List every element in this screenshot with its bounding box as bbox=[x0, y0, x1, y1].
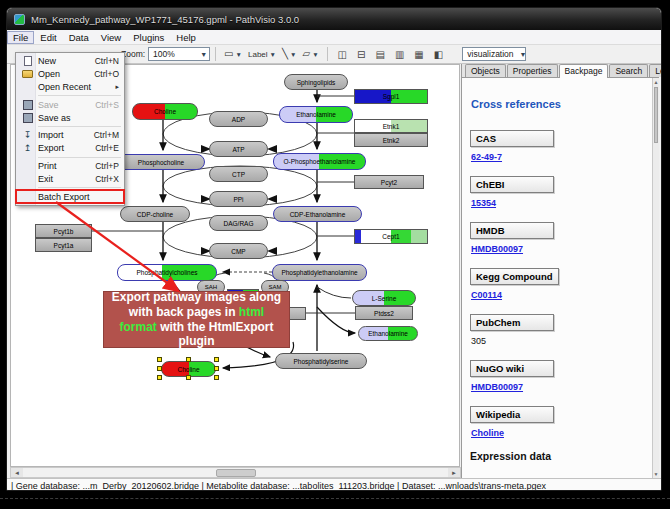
node-ctp[interactable]: CTP bbox=[209, 166, 268, 182]
line-tool-button[interactable]: ╲▼ bbox=[279, 48, 299, 60]
menu-item-new[interactable]: NewCtrl+N bbox=[16, 55, 124, 68]
node-pcyt1b[interactable]: Pcyt1b bbox=[35, 224, 92, 238]
distribute-icon[interactable]: ▦ bbox=[409, 49, 428, 60]
shape-tool-button[interactable]: ▱▼ bbox=[299, 48, 321, 60]
status-text: | Gene database: ...m_Derby_20120602.bri… bbox=[11, 481, 546, 491]
selection-handle[interactable] bbox=[214, 375, 219, 380]
scroll-left-icon[interactable]: ◄ bbox=[11, 468, 23, 477]
menubar-item-help[interactable]: Help bbox=[170, 31, 202, 44]
scroll-down-icon[interactable]: ▼ bbox=[653, 470, 659, 478]
menu-item-save[interactable]: SaveCtrl+S bbox=[16, 98, 124, 111]
visualization-combobox[interactable]: visualization ▼ bbox=[462, 47, 526, 61]
node-dag-rag[interactable]: DAG/RAG bbox=[209, 215, 268, 231]
menubar-item-plugins[interactable]: Plugins bbox=[127, 31, 170, 44]
selection-handle[interactable] bbox=[214, 366, 219, 371]
datanode-tool-button[interactable]: ▭▼ bbox=[221, 48, 245, 60]
menu-item-print[interactable]: PrintCtrl+P bbox=[16, 160, 124, 173]
xref-link[interactable]: C00114 bbox=[471, 290, 652, 300]
node-cdp-choline[interactable]: CDP-choline bbox=[120, 206, 190, 222]
stack-vertical-icon[interactable]: ▤ bbox=[370, 49, 389, 60]
node-label: Pcyt1b bbox=[54, 228, 74, 235]
side-panel-scrollbar[interactable]: ▲ ▼ bbox=[652, 78, 659, 478]
node-ethanolamine[interactable]: Ethanolamine bbox=[358, 326, 418, 341]
menu-item-shortcut: Ctrl+M bbox=[94, 130, 119, 140]
menu-item-open-recent[interactable]: Open Recent▸ bbox=[16, 81, 124, 94]
node-choline[interactable]: Choline bbox=[132, 103, 198, 120]
menu-item-label: Save as bbox=[36, 113, 119, 123]
node-etnk2[interactable]: Etnk2 bbox=[354, 133, 428, 147]
xref-link[interactable]: 62-49-7 bbox=[471, 152, 652, 162]
tab-backpage[interactable]: Backpage bbox=[559, 64, 609, 78]
xref-section-chebi: ChEBI15354 bbox=[470, 174, 652, 208]
node-ptdss2[interactable]: Ptdss2 bbox=[355, 306, 413, 320]
xref-link[interactable]: 15354 bbox=[471, 198, 652, 208]
selection-handle[interactable] bbox=[157, 366, 162, 371]
menubar-item-edit[interactable]: Edit bbox=[34, 31, 62, 44]
cross-references-heading: Cross references bbox=[471, 98, 652, 110]
menu-item-open[interactable]: OpenCtrl+O bbox=[16, 68, 124, 81]
label-tool-label: Label bbox=[248, 50, 268, 59]
scroll-right-icon[interactable]: ► bbox=[448, 468, 460, 477]
selection-handle[interactable] bbox=[157, 375, 162, 380]
tab-search[interactable]: Search bbox=[609, 64, 648, 77]
node-label: Ethanolamine bbox=[296, 111, 336, 118]
selection-handle[interactable] bbox=[214, 357, 219, 362]
node-l-serine[interactable]: L-Serine bbox=[352, 290, 416, 306]
menu-item-exit[interactable]: ExitCtrl+X bbox=[16, 172, 124, 185]
node-sphingolipids[interactable]: Sphingolipids bbox=[284, 74, 348, 90]
scroll-up-icon[interactable]: ▲ bbox=[653, 78, 659, 86]
menubar-item-file[interactable]: File bbox=[7, 31, 34, 44]
stack-horizontal-icon[interactable]: ▥ bbox=[390, 49, 409, 60]
menu-item-import[interactable]: ↧ImportCtrl+M bbox=[16, 129, 124, 142]
menu-bar: FileEditDataViewPluginsHelp bbox=[7, 30, 661, 45]
menu-item-batch-export[interactable]: Batch Export bbox=[16, 190, 124, 203]
node-cmp[interactable]: CMP bbox=[209, 243, 268, 259]
selection-handle[interactable] bbox=[186, 375, 191, 380]
node-pcyt1a[interactable]: Pcyt1a bbox=[35, 238, 92, 252]
menu-item-export[interactable]: ↥ExportCtrl+E bbox=[16, 142, 124, 155]
node-cdp-ethanolamine[interactable]: CDP-Ethanolamine bbox=[273, 206, 362, 222]
menubar-item-data[interactable]: Data bbox=[63, 31, 95, 44]
scrollbar-thumb[interactable] bbox=[654, 87, 658, 143]
node-adp[interactable]: ADP bbox=[209, 111, 268, 127]
node-phosphocholine[interactable]: Phosphocholine bbox=[117, 154, 205, 170]
node-cept1[interactable]: Cept1 bbox=[354, 229, 428, 244]
node-etnk1[interactable]: Etnk1 bbox=[354, 119, 428, 133]
toolbar-separator bbox=[215, 47, 216, 61]
node-phosphatidylserine[interactable]: Phosphatidylserine bbox=[275, 353, 367, 369]
align-center-x-icon[interactable]: ◫ bbox=[333, 49, 352, 60]
tab-properties[interactable]: Properties bbox=[507, 64, 558, 77]
node-label: Phosphatidylserine bbox=[294, 358, 349, 365]
zoom-value: 100% bbox=[153, 49, 175, 59]
xref-link[interactable]: HMDB00097 bbox=[471, 382, 652, 392]
selection-handle[interactable] bbox=[186, 357, 191, 362]
node-sgpl1[interactable]: Sgpl1 bbox=[354, 89, 428, 104]
node-o-phosphoethanolamine[interactable]: O-Phosphoethanolamine bbox=[273, 153, 366, 170]
menu-item-save-as[interactable]: Save as bbox=[16, 111, 124, 124]
export-icon: ↥ bbox=[19, 143, 36, 153]
tab-legend[interactable]: Legend bbox=[649, 64, 662, 77]
selection-handle[interactable] bbox=[157, 357, 162, 362]
node-ethanolamine[interactable]: Ethanolamine bbox=[279, 106, 353, 123]
node-phosphatidylethanolamine[interactable]: Phosphatidylethanolamine bbox=[272, 264, 367, 281]
xref-link[interactable]: HMDB00097 bbox=[471, 244, 652, 254]
label-tool-button[interactable]: Label▼ bbox=[245, 49, 279, 60]
canvas-horizontal-scrollbar[interactable]: ◄ ► bbox=[10, 467, 461, 478]
scrollbar-thumb[interactable] bbox=[216, 469, 256, 477]
menubar-item-view[interactable]: View bbox=[95, 31, 127, 44]
node-label: Pcyt1a bbox=[54, 242, 74, 249]
xref-header: NuGO wiki bbox=[470, 360, 554, 377]
xref-link[interactable]: Choline bbox=[471, 428, 652, 438]
zoom-combobox[interactable]: 100% ▼ bbox=[148, 47, 210, 61]
node-atp[interactable]: ATP bbox=[209, 141, 268, 157]
node-pcyt2[interactable]: Pcyt2 bbox=[354, 175, 424, 189]
xref-header: ChEBI bbox=[470, 176, 554, 193]
tab-objects[interactable]: Objects bbox=[465, 64, 506, 77]
title-bar[interactable]: Mm_Kennedy_pathway_WP1771_45176.gpml - P… bbox=[7, 8, 661, 30]
layout-icon[interactable]: ◧ bbox=[429, 49, 448, 60]
node-phosphatidylcholines[interactable]: Phosphatidylcholines bbox=[117, 264, 217, 281]
screenshot-artifact bbox=[0, 498, 670, 499]
node-ppi[interactable]: PPi bbox=[209, 191, 268, 207]
align-center-y-icon[interactable]: ⊟ bbox=[352, 49, 370, 60]
xref-section-pubchem: PubChem305 bbox=[470, 312, 652, 346]
